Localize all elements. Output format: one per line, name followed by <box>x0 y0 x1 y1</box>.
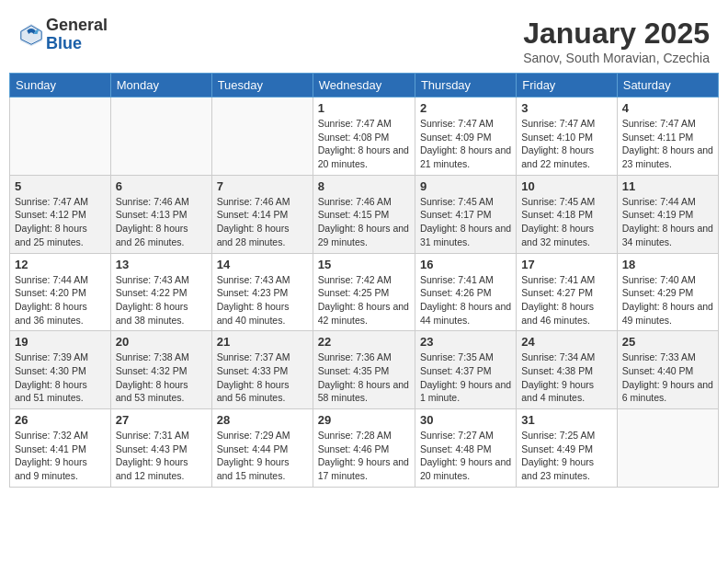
calendar-cell: 27 Sunrise: 7:31 AMSunset: 4:43 PMDaylig… <box>110 409 211 488</box>
day-info: Sunrise: 7:45 AMSunset: 4:17 PMDaylight:… <box>420 195 511 249</box>
calendar-cell: 15 Sunrise: 7:42 AMSunset: 4:25 PMDaylig… <box>313 253 415 331</box>
calendar-cell <box>110 98 211 176</box>
weekday-header-wednesday: Wednesday <box>313 74 415 98</box>
calendar-cell <box>211 98 313 176</box>
day-number: 9 <box>420 179 511 193</box>
day-number: 31 <box>521 413 611 427</box>
day-info: Sunrise: 7:47 AMSunset: 4:08 PMDaylight:… <box>318 117 410 171</box>
calendar-cell: 25 Sunrise: 7:33 AMSunset: 4:40 PMDaylig… <box>617 331 718 409</box>
logo-blue-text: Blue <box>46 35 108 53</box>
week-row-1: 1 Sunrise: 7:47 AMSunset: 4:08 PMDayligh… <box>10 98 719 176</box>
day-number: 27 <box>116 413 207 427</box>
day-info: Sunrise: 7:44 AMSunset: 4:20 PMDaylight:… <box>15 273 106 327</box>
day-info: Sunrise: 7:46 AMSunset: 4:13 PMDaylight:… <box>116 195 207 249</box>
day-info: Sunrise: 7:29 AMSunset: 4:44 PMDaylight:… <box>217 429 308 483</box>
calendar-cell: 4 Sunrise: 7:47 AMSunset: 4:11 PMDayligh… <box>617 98 718 176</box>
day-info: Sunrise: 7:47 AMSunset: 4:10 PMDaylight:… <box>521 117 611 171</box>
day-info: Sunrise: 7:44 AMSunset: 4:19 PMDaylight:… <box>622 195 713 249</box>
calendar-cell: 23 Sunrise: 7:35 AMSunset: 4:37 PMDaylig… <box>415 331 516 409</box>
calendar-cell: 31 Sunrise: 7:25 AMSunset: 4:49 PMDaylig… <box>517 409 617 488</box>
calendar-cell <box>10 98 111 176</box>
svg-marker-0 <box>20 24 42 46</box>
day-number: 15 <box>318 258 410 271</box>
day-number: 24 <box>521 335 611 349</box>
calendar-cell: 22 Sunrise: 7:36 AMSunset: 4:35 PMDaylig… <box>313 331 415 409</box>
calendar-cell: 6 Sunrise: 7:46 AMSunset: 4:13 PMDayligh… <box>110 175 211 253</box>
day-number: 25 <box>622 335 713 349</box>
day-info: Sunrise: 7:40 AMSunset: 4:29 PMDaylight:… <box>622 273 713 327</box>
calendar-table: SundayMondayTuesdayWednesdayThursdayFrid… <box>9 73 719 488</box>
day-number: 23 <box>420 335 511 349</box>
week-row-5: 26 Sunrise: 7:32 AMSunset: 4:41 PMDaylig… <box>10 409 719 488</box>
day-number: 4 <box>622 101 713 115</box>
logo-general-text: General <box>46 17 108 35</box>
calendar-cell: 13 Sunrise: 7:43 AMSunset: 4:22 PMDaylig… <box>110 253 211 331</box>
calendar-cell: 24 Sunrise: 7:34 AMSunset: 4:38 PMDaylig… <box>517 331 617 409</box>
calendar-cell: 18 Sunrise: 7:40 AMSunset: 4:29 PMDaylig… <box>617 253 718 331</box>
day-number: 2 <box>420 101 511 115</box>
day-info: Sunrise: 7:47 AMSunset: 4:09 PMDaylight:… <box>420 117 511 171</box>
day-info: Sunrise: 7:28 AMSunset: 4:46 PMDaylight:… <box>318 429 410 483</box>
header: General Blue January 2025 Sanov, South M… <box>9 9 719 69</box>
day-number: 21 <box>217 335 308 349</box>
day-info: Sunrise: 7:38 AMSunset: 4:32 PMDaylight:… <box>116 350 207 405</box>
day-number: 14 <box>217 258 308 271</box>
day-info: Sunrise: 7:31 AMSunset: 4:43 PMDaylight:… <box>116 429 207 483</box>
day-info: Sunrise: 7:46 AMSunset: 4:14 PMDaylight:… <box>217 195 308 249</box>
week-row-2: 5 Sunrise: 7:47 AMSunset: 4:12 PMDayligh… <box>10 175 719 253</box>
day-info: Sunrise: 7:39 AMSunset: 4:30 PMDaylight:… <box>15 350 106 405</box>
day-info: Sunrise: 7:47 AMSunset: 4:12 PMDaylight:… <box>15 195 106 249</box>
day-number: 22 <box>318 335 410 349</box>
calendar-cell: 2 Sunrise: 7:47 AMSunset: 4:09 PMDayligh… <box>415 98 516 176</box>
day-info: Sunrise: 7:25 AMSunset: 4:49 PMDaylight:… <box>521 429 611 483</box>
day-info: Sunrise: 7:33 AMSunset: 4:40 PMDaylight:… <box>622 350 713 405</box>
day-info: Sunrise: 7:34 AMSunset: 4:38 PMDaylight:… <box>521 350 611 405</box>
calendar-cell: 10 Sunrise: 7:45 AMSunset: 4:18 PMDaylig… <box>517 175 617 253</box>
day-info: Sunrise: 7:32 AMSunset: 4:41 PMDaylight:… <box>15 429 106 483</box>
day-number: 17 <box>521 258 611 271</box>
day-number: 3 <box>521 101 611 115</box>
calendar-cell: 29 Sunrise: 7:28 AMSunset: 4:46 PMDaylig… <box>313 409 415 488</box>
day-info: Sunrise: 7:36 AMSunset: 4:35 PMDaylight:… <box>318 350 410 405</box>
day-number: 8 <box>318 179 410 193</box>
weekday-header-sunday: Sunday <box>10 74 111 98</box>
day-number: 20 <box>116 335 207 349</box>
calendar-cell: 11 Sunrise: 7:44 AMSunset: 4:19 PMDaylig… <box>617 175 718 253</box>
calendar-cell: 26 Sunrise: 7:32 AMSunset: 4:41 PMDaylig… <box>10 409 111 488</box>
calendar-cell: 7 Sunrise: 7:46 AMSunset: 4:14 PMDayligh… <box>211 175 313 253</box>
calendar-subtitle: Sanov, South Moravian, Czechia <box>523 51 710 65</box>
weekday-header-saturday: Saturday <box>617 74 718 98</box>
logo-icon <box>18 22 44 48</box>
day-info: Sunrise: 7:41 AMSunset: 4:26 PMDaylight:… <box>420 273 511 327</box>
day-number: 12 <box>15 258 106 271</box>
day-info: Sunrise: 7:27 AMSunset: 4:48 PMDaylight:… <box>420 429 511 483</box>
calendar-cell: 9 Sunrise: 7:45 AMSunset: 4:17 PMDayligh… <box>415 175 516 253</box>
day-number: 13 <box>116 258 207 271</box>
day-number: 16 <box>420 258 511 271</box>
calendar-cell: 30 Sunrise: 7:27 AMSunset: 4:48 PMDaylig… <box>415 409 516 488</box>
weekday-header-friday: Friday <box>517 74 617 98</box>
week-row-3: 12 Sunrise: 7:44 AMSunset: 4:20 PMDaylig… <box>10 253 719 331</box>
calendar-cell: 1 Sunrise: 7:47 AMSunset: 4:08 PMDayligh… <box>313 98 415 176</box>
calendar-cell: 20 Sunrise: 7:38 AMSunset: 4:32 PMDaylig… <box>110 331 211 409</box>
calendar-cell: 5 Sunrise: 7:47 AMSunset: 4:12 PMDayligh… <box>10 175 111 253</box>
day-number: 10 <box>521 179 611 193</box>
title-area: January 2025 Sanov, South Moravian, Czec… <box>523 17 710 65</box>
day-number: 6 <box>116 179 207 193</box>
calendar-cell: 28 Sunrise: 7:29 AMSunset: 4:44 PMDaylig… <box>211 409 313 488</box>
day-info: Sunrise: 7:43 AMSunset: 4:23 PMDaylight:… <box>217 273 308 327</box>
day-info: Sunrise: 7:46 AMSunset: 4:15 PMDaylight:… <box>318 195 410 249</box>
weekday-header-monday: Monday <box>110 74 211 98</box>
calendar-cell: 8 Sunrise: 7:46 AMSunset: 4:15 PMDayligh… <box>313 175 415 253</box>
day-number: 1 <box>318 101 410 115</box>
day-number: 19 <box>15 335 106 349</box>
weekday-header-thursday: Thursday <box>415 74 516 98</box>
day-info: Sunrise: 7:45 AMSunset: 4:18 PMDaylight:… <box>521 195 611 249</box>
calendar-cell: 3 Sunrise: 7:47 AMSunset: 4:10 PMDayligh… <box>517 98 617 176</box>
day-number: 18 <box>622 258 713 271</box>
calendar-cell: 21 Sunrise: 7:37 AMSunset: 4:33 PMDaylig… <box>211 331 313 409</box>
day-number: 5 <box>15 179 106 193</box>
day-info: Sunrise: 7:37 AMSunset: 4:33 PMDaylight:… <box>217 350 308 405</box>
day-number: 11 <box>622 179 713 193</box>
day-number: 29 <box>318 413 410 427</box>
